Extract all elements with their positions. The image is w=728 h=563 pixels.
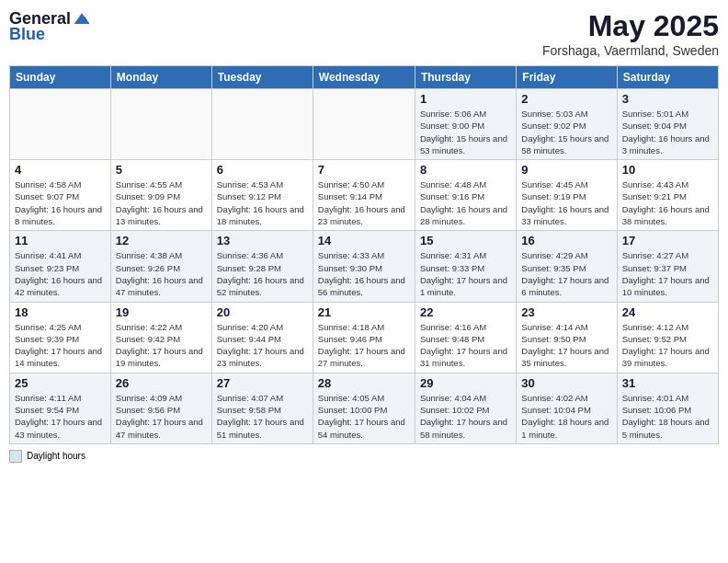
day-info: Sunrise: 4:27 AM Sunset: 9:37 PM Dayligh…: [622, 249, 713, 298]
calendar-cell: 4Sunrise: 4:58 AM Sunset: 9:07 PM Daylig…: [10, 160, 111, 231]
logo: General Blue: [9, 9, 91, 44]
calendar-cell: 10Sunrise: 4:43 AM Sunset: 9:21 PM Dayli…: [617, 160, 718, 231]
calendar-cell: [313, 89, 415, 160]
day-info: Sunrise: 4:58 AM Sunset: 9:07 PM Dayligh…: [15, 178, 106, 227]
day-number: 2: [521, 92, 611, 106]
day-number: 24: [622, 305, 713, 319]
day-info: Sunrise: 4:04 AM Sunset: 10:02 PM Daylig…: [420, 392, 511, 441]
calendar-cell: 18Sunrise: 4:25 AM Sunset: 9:39 PM Dayli…: [10, 302, 111, 373]
main-title: May 2025: [542, 9, 719, 43]
day-number: 19: [116, 305, 207, 319]
day-info: Sunrise: 4:14 AM Sunset: 9:50 PM Dayligh…: [521, 321, 611, 370]
calendar-cell: 6Sunrise: 4:53 AM Sunset: 9:12 PM Daylig…: [211, 160, 313, 231]
day-info: Sunrise: 4:12 AM Sunset: 9:52 PM Dayligh…: [622, 321, 713, 370]
calendar-cell: 27Sunrise: 4:07 AM Sunset: 9:58 PM Dayli…: [211, 373, 313, 443]
day-number: 14: [318, 234, 410, 247]
calendar-cell: 17Sunrise: 4:27 AM Sunset: 9:37 PM Dayli…: [617, 231, 718, 302]
day-number: 27: [217, 376, 308, 390]
calendar-cell: 1Sunrise: 5:06 AM Sunset: 9:00 PM Daylig…: [415, 89, 516, 160]
day-info: Sunrise: 4:45 AM Sunset: 9:19 PM Dayligh…: [521, 178, 611, 227]
day-number: 3: [622, 92, 713, 106]
day-number: 16: [521, 234, 611, 247]
day-info: Sunrise: 4:41 AM Sunset: 9:23 PM Dayligh…: [15, 249, 106, 298]
calendar-cell: 8Sunrise: 4:48 AM Sunset: 9:16 PM Daylig…: [415, 160, 516, 231]
day-info: Sunrise: 4:55 AM Sunset: 9:09 PM Dayligh…: [116, 178, 207, 227]
calendar-cell: [211, 89, 313, 160]
day-number: 11: [15, 234, 106, 247]
day-info: Sunrise: 4:53 AM Sunset: 9:12 PM Dayligh…: [217, 178, 308, 227]
day-info: Sunrise: 4:02 AM Sunset: 10:04 PM Daylig…: [521, 392, 611, 441]
day-info: Sunrise: 4:11 AM Sunset: 9:54 PM Dayligh…: [15, 392, 106, 441]
day-number: 29: [420, 376, 511, 390]
day-info: Sunrise: 4:38 AM Sunset: 9:26 PM Dayligh…: [116, 249, 207, 298]
col-header-saturday: Saturday: [617, 66, 718, 89]
day-number: 12: [116, 234, 207, 247]
day-info: Sunrise: 4:33 AM Sunset: 9:30 PM Dayligh…: [318, 249, 410, 298]
calendar-cell: 13Sunrise: 4:36 AM Sunset: 9:28 PM Dayli…: [211, 231, 313, 302]
day-info: Sunrise: 4:09 AM Sunset: 9:56 PM Dayligh…: [116, 392, 207, 441]
legend-label: Daylight hours: [27, 451, 85, 461]
calendar-cell: 23Sunrise: 4:14 AM Sunset: 9:50 PM Dayli…: [517, 302, 617, 373]
day-number: 30: [521, 376, 611, 390]
calendar-cell: 31Sunrise: 4:01 AM Sunset: 10:06 PM Dayl…: [617, 373, 718, 443]
day-number: 8: [420, 163, 511, 177]
calendar-cell: 29Sunrise: 4:04 AM Sunset: 10:02 PM Dayl…: [415, 373, 516, 443]
day-number: 23: [521, 305, 611, 319]
calendar-cell: 26Sunrise: 4:09 AM Sunset: 9:56 PM Dayli…: [110, 373, 211, 443]
day-number: 5: [116, 163, 207, 177]
col-header-friday: Friday: [517, 66, 617, 89]
calendar-cell: 19Sunrise: 4:22 AM Sunset: 9:42 PM Dayli…: [110, 302, 211, 373]
day-info: Sunrise: 4:18 AM Sunset: 9:46 PM Dayligh…: [318, 321, 410, 370]
day-info: Sunrise: 5:06 AM Sunset: 9:00 PM Dayligh…: [420, 108, 511, 156]
day-info: Sunrise: 4:20 AM Sunset: 9:44 PM Dayligh…: [217, 321, 308, 370]
day-number: 4: [15, 163, 106, 177]
calendar-cell: 28Sunrise: 4:05 AM Sunset: 10:00 PM Dayl…: [313, 373, 415, 443]
col-header-wednesday: Wednesday: [313, 66, 415, 89]
calendar-cell: 15Sunrise: 4:31 AM Sunset: 9:33 PM Dayli…: [415, 231, 516, 302]
legend: Daylight hours: [9, 450, 719, 463]
calendar-cell: 11Sunrise: 4:41 AM Sunset: 9:23 PM Dayli…: [10, 231, 111, 302]
calendar-cell: 20Sunrise: 4:20 AM Sunset: 9:44 PM Dayli…: [211, 302, 313, 373]
day-info: Sunrise: 4:01 AM Sunset: 10:06 PM Daylig…: [622, 392, 713, 441]
calendar-cell: 24Sunrise: 4:12 AM Sunset: 9:52 PM Dayli…: [617, 302, 718, 373]
day-number: 28: [318, 376, 410, 390]
day-number: 13: [217, 234, 308, 247]
day-number: 18: [15, 305, 106, 319]
calendar-cell: 22Sunrise: 4:16 AM Sunset: 9:48 PM Dayli…: [415, 302, 516, 373]
day-number: 10: [622, 163, 713, 177]
day-info: Sunrise: 4:48 AM Sunset: 9:16 PM Dayligh…: [420, 178, 511, 227]
day-info: Sunrise: 5:01 AM Sunset: 9:04 PM Dayligh…: [622, 108, 713, 156]
day-info: Sunrise: 5:03 AM Sunset: 9:02 PM Dayligh…: [521, 108, 611, 156]
calendar-cell: 7Sunrise: 4:50 AM Sunset: 9:14 PM Daylig…: [313, 160, 415, 231]
day-number: 20: [217, 305, 308, 319]
day-number: 25: [15, 376, 106, 390]
calendar-cell: 9Sunrise: 4:45 AM Sunset: 9:19 PM Daylig…: [517, 160, 617, 231]
day-number: 26: [116, 376, 207, 390]
col-header-sunday: Sunday: [10, 66, 111, 89]
day-number: 31: [622, 376, 713, 390]
calendar-cell: [110, 89, 211, 160]
day-number: 9: [521, 163, 611, 177]
day-info: Sunrise: 4:16 AM Sunset: 9:48 PM Dayligh…: [420, 321, 511, 370]
subtitle: Forshaga, Vaermland, Sweden: [542, 43, 719, 58]
day-info: Sunrise: 4:43 AM Sunset: 9:21 PM Dayligh…: [622, 178, 713, 227]
day-info: Sunrise: 4:29 AM Sunset: 9:35 PM Dayligh…: [521, 249, 611, 298]
day-number: 7: [318, 163, 410, 177]
day-number: 6: [217, 163, 308, 177]
calendar-cell: 2Sunrise: 5:03 AM Sunset: 9:02 PM Daylig…: [517, 89, 617, 160]
day-info: Sunrise: 4:36 AM Sunset: 9:28 PM Dayligh…: [217, 249, 308, 298]
calendar-cell: 21Sunrise: 4:18 AM Sunset: 9:46 PM Dayli…: [313, 302, 415, 373]
day-info: Sunrise: 4:22 AM Sunset: 9:42 PM Dayligh…: [116, 321, 207, 370]
title-area: May 2025 Forshaga, Vaermland, Sweden: [542, 9, 719, 58]
legend-color: [9, 450, 22, 463]
day-info: Sunrise: 4:07 AM Sunset: 9:58 PM Dayligh…: [217, 392, 308, 441]
calendar-cell: 16Sunrise: 4:29 AM Sunset: 9:35 PM Dayli…: [517, 231, 617, 302]
day-number: 15: [420, 234, 511, 247]
calendar-cell: 12Sunrise: 4:38 AM Sunset: 9:26 PM Dayli…: [110, 231, 211, 302]
day-number: 22: [420, 305, 511, 319]
day-number: 17: [622, 234, 713, 247]
day-info: Sunrise: 4:31 AM Sunset: 9:33 PM Dayligh…: [420, 249, 511, 298]
calendar-cell: 14Sunrise: 4:33 AM Sunset: 9:30 PM Dayli…: [313, 231, 415, 302]
calendar: SundayMondayTuesdayWednesdayThursdayFrid…: [9, 65, 719, 444]
calendar-cell: [10, 89, 111, 160]
